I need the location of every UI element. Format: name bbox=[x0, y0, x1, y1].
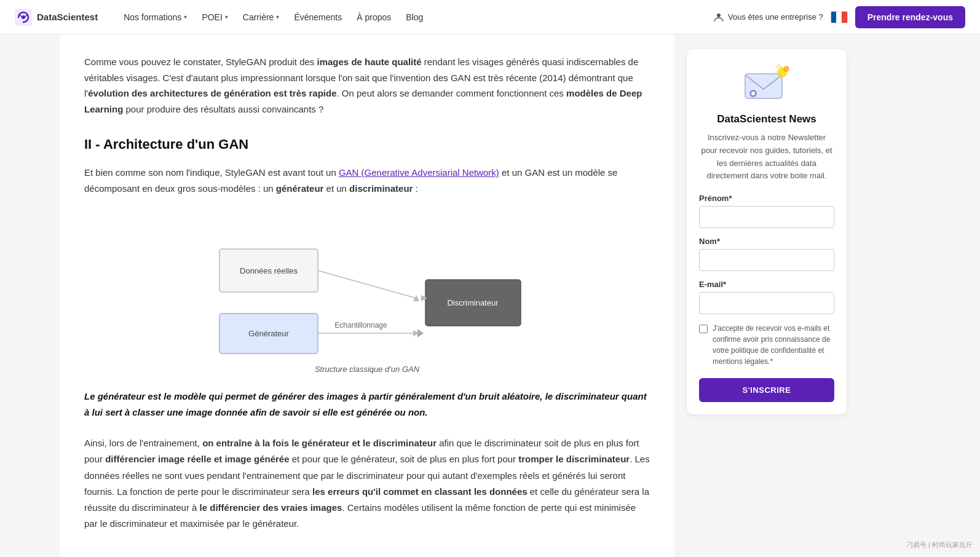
svg-point-18 bbox=[783, 66, 789, 72]
nav-formations[interactable]: Nos formations ▾ bbox=[117, 7, 193, 27]
nom-label: Nom* bbox=[699, 237, 834, 246]
gan-link[interactable]: GAN (Generative Adversiarial Network) bbox=[339, 167, 499, 178]
diagram-container: Données réelles Générateur Echantillonna… bbox=[84, 212, 650, 374]
svg-line-22 bbox=[776, 66, 778, 68]
svg-text:Données réelles: Données réelles bbox=[240, 266, 298, 275]
gan-diagram-svg: Données réelles Générateur Echantillonna… bbox=[195, 212, 539, 360]
body-paragraph-1: Et bien comme son nom l'indique, StyleGA… bbox=[84, 165, 650, 197]
enterprise-icon bbox=[713, 12, 724, 23]
consent-group: J'accepte de recevoir vos e-mails et con… bbox=[699, 323, 834, 367]
subscribe-button[interactable]: S'INSCRIRE bbox=[699, 378, 834, 402]
body-paragraph-2: Ainsi, lors de l'entrainement, on entraî… bbox=[84, 435, 650, 532]
gan-diagram: Données réelles Générateur Echantillonna… bbox=[195, 212, 539, 360]
logo[interactable]: DataScientest bbox=[15, 9, 98, 26]
email-input[interactable] bbox=[699, 292, 834, 314]
consent-label: J'accepte de recevoir vos e-mails et con… bbox=[713, 323, 834, 367]
navbar: DataScientest Nos formations ▾ POEI ▾ Ca… bbox=[0, 0, 980, 34]
enterprise-button[interactable]: Vous êtes une entreprise ? bbox=[713, 12, 823, 23]
svg-text:Discriminateur: Discriminateur bbox=[447, 298, 499, 307]
cta-rendez-vous-button[interactable]: Prendre rendez-vous bbox=[855, 6, 965, 28]
sidebar: DataScientest News Inscrivez-vous à notr… bbox=[674, 34, 859, 557]
nav-right: Vous êtes une entreprise ? Prendre rende… bbox=[713, 6, 965, 28]
svg-point-20 bbox=[751, 92, 755, 95]
svg-text:Générateur: Générateur bbox=[248, 329, 289, 338]
email-group: E-mail* bbox=[699, 280, 834, 314]
svg-point-2 bbox=[717, 14, 721, 17]
intro-paragraph: Comme vous pouvez le constater, StyleGAN… bbox=[84, 54, 650, 117]
nav-apropos[interactable]: À propos bbox=[350, 7, 397, 27]
nav-carriere[interactable]: Carrière ▾ bbox=[237, 7, 286, 27]
prenom-input[interactable] bbox=[699, 206, 834, 228]
chevron-down-icon: ▾ bbox=[184, 14, 187, 20]
prenom-label: Prénom* bbox=[699, 194, 834, 203]
nav-poei[interactable]: POEI ▾ bbox=[196, 7, 234, 27]
newsletter-icon-container bbox=[699, 61, 834, 105]
section-heading: II - Architecture d'un GAN bbox=[84, 136, 650, 152]
svg-point-1 bbox=[22, 15, 25, 19]
prenom-group: Prénom* bbox=[699, 194, 834, 228]
chevron-down-icon: ▾ bbox=[276, 14, 279, 20]
watermark: 刁易号 | 时尚玩家岳斤 bbox=[906, 540, 973, 550]
chevron-down-icon: ▾ bbox=[225, 14, 228, 20]
logo-icon bbox=[15, 9, 32, 26]
email-label: E-mail* bbox=[699, 280, 834, 289]
svg-marker-12 bbox=[417, 329, 424, 338]
svg-text:Echantillonnage: Echantillonnage bbox=[334, 321, 387, 330]
nom-group: Nom* bbox=[699, 237, 834, 271]
nav-items: Nos formations ▾ POEI ▾ Carrière ▾ Événe… bbox=[117, 7, 713, 27]
main-content: Comme vous pouvez le constater, StyleGAN… bbox=[60, 34, 674, 557]
newsletter-title: DataScientest News bbox=[699, 113, 834, 125]
nav-blog[interactable]: Blog bbox=[400, 7, 429, 27]
page-wrapper: Comme vous pouvez le constater, StyleGAN… bbox=[60, 0, 920, 557]
newsletter-card: DataScientest News Inscrivez-vous à notr… bbox=[687, 49, 847, 414]
nav-evenements[interactable]: Événements bbox=[288, 7, 348, 27]
newsletter-description: Inscrivez-vous à notre Newsletter pour r… bbox=[699, 132, 834, 183]
language-flag[interactable] bbox=[831, 11, 848, 23]
svg-marker-8 bbox=[413, 295, 419, 301]
svg-line-7 bbox=[318, 271, 416, 298]
highlight-quote: Le générateur est le modèle qui permet d… bbox=[84, 389, 650, 421]
svg-line-23 bbox=[780, 66, 782, 68]
nom-input[interactable] bbox=[699, 249, 834, 271]
logo-text: DataScientest bbox=[37, 12, 98, 22]
newsletter-icon bbox=[742, 61, 791, 105]
diagram-caption: Structure classique d'un GAN bbox=[315, 365, 419, 374]
consent-checkbox[interactable] bbox=[699, 325, 708, 333]
